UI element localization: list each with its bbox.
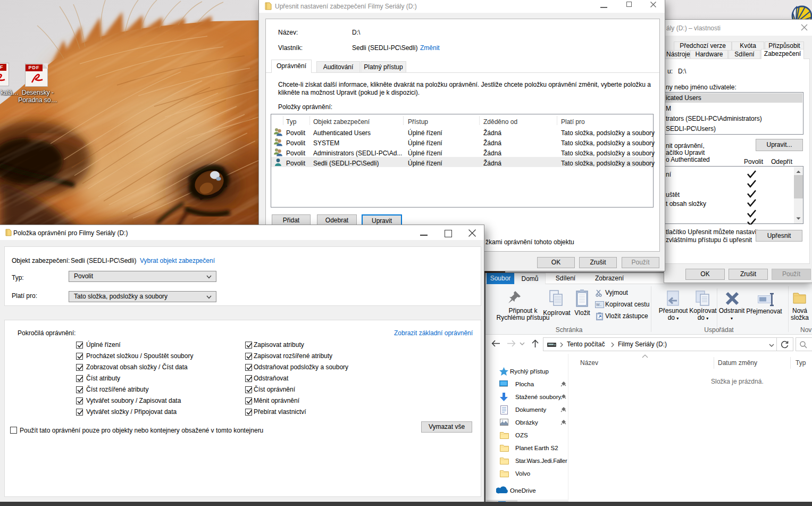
svg-text:W..: W..	[596, 303, 601, 306]
